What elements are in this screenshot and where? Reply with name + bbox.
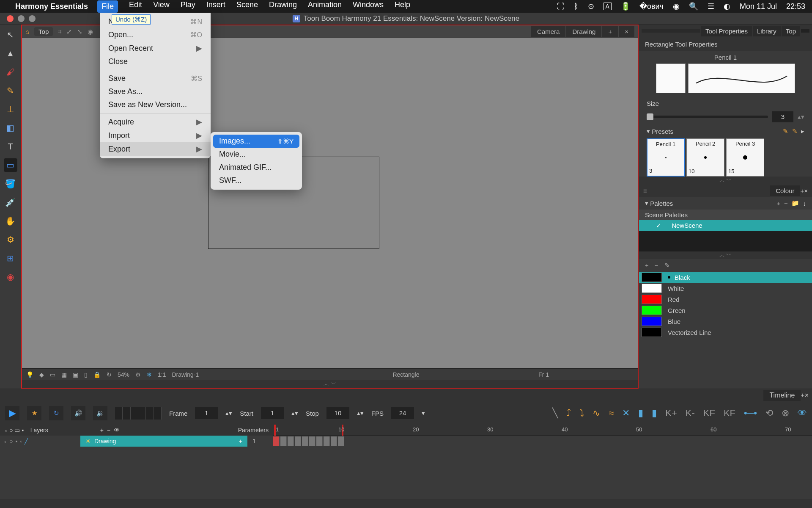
close-window-button[interactable] xyxy=(7,15,14,22)
frame-cell[interactable] xyxy=(280,436,287,446)
clock-time[interactable]: 22:53 xyxy=(786,2,805,11)
start-stepper[interactable]: ▴▾ xyxy=(291,409,298,417)
spotlight-icon[interactable]: 🔍 xyxy=(689,2,698,11)
diag-icon[interactable]: ⤢ xyxy=(66,28,72,36)
menu-edit[interactable]: Edit xyxy=(129,0,142,13)
swatch-vectorized-line[interactable]: Vectorized Line xyxy=(639,327,812,338)
refresh-icon[interactable]: ↻ xyxy=(107,371,112,378)
frame-cell[interactable] xyxy=(316,436,323,446)
status-icon-2[interactable]: ▭ xyxy=(50,371,55,378)
frame-stepper[interactable]: ▴▾ xyxy=(225,409,232,417)
animate-tool[interactable]: ⚙︎ xyxy=(4,233,17,246)
text-tool[interactable]: T xyxy=(4,140,17,153)
colour-add-icon[interactable]: + xyxy=(800,187,804,194)
tab-top[interactable]: Top xyxy=(782,26,800,36)
menu-play[interactable]: Play xyxy=(181,0,195,13)
control-center-icon[interactable]: ☰ xyxy=(708,2,714,11)
siri-icon[interactable]: ◐ xyxy=(724,2,730,11)
lc-icon4[interactable]: ▪ xyxy=(22,427,24,433)
menu-open-recent[interactable]: Open Recent▶ xyxy=(100,41,211,55)
layer-add-icon[interactable]: + xyxy=(100,427,104,433)
layer-vis-icon[interactable]: ○ xyxy=(9,438,13,444)
tl-tool-sync[interactable]: ⟲ xyxy=(765,408,773,419)
swatch-green[interactable]: Green xyxy=(639,305,812,316)
lightbulb-icon[interactable]: 💡 xyxy=(26,371,33,378)
timeline-close-icon[interactable]: × xyxy=(805,392,809,399)
lock-icon[interactable]: 🔒 xyxy=(93,371,101,378)
palette-down-icon[interactable]: ↓ xyxy=(803,200,807,207)
snow-icon[interactable]: ❄︎ xyxy=(147,371,152,378)
play-button[interactable]: ▶ xyxy=(5,406,19,420)
paint-bucket-tool[interactable]: 🪣 xyxy=(4,177,17,190)
morph-tool[interactable]: ◉ xyxy=(4,270,17,284)
eyedropper-tool[interactable]: 💉 xyxy=(4,196,17,209)
tl-tool-curve4[interactable]: ≈ xyxy=(609,408,614,419)
menu-drawing[interactable]: Drawing xyxy=(269,0,297,13)
collapse-handle-presets[interactable]: ︿ ﹀ xyxy=(639,177,812,184)
minimize-window-button[interactable] xyxy=(18,15,25,22)
tl-tool-x[interactable]: ✕ xyxy=(622,408,630,419)
menu-insert[interactable]: Insert xyxy=(206,0,225,13)
tl-tool-curve3[interactable]: ∿ xyxy=(593,408,600,419)
preset-pencil-2[interactable]: Pencil 2 10 xyxy=(686,138,724,177)
battery-icon[interactable]: 🔋 xyxy=(621,2,630,11)
collapse-handle-h1[interactable]: ︿ ﹀ xyxy=(22,380,638,388)
lc-icon1[interactable]: ⬩ xyxy=(4,427,8,433)
pencil-tool[interactable]: ✎ xyxy=(4,84,17,97)
menu-save[interactable]: Save⌘S xyxy=(100,72,211,85)
frames-row[interactable] xyxy=(273,436,812,447)
menu-animation[interactable]: Animation xyxy=(308,0,342,13)
preset-menu-icon[interactable]: ▸ xyxy=(801,127,804,135)
select-tool[interactable]: ▲ xyxy=(4,47,17,60)
menu-close[interactable]: Close xyxy=(100,55,211,68)
sound-button[interactable]: 🔊 xyxy=(71,406,85,420)
palette-newscene[interactable]: ✓ NewScene xyxy=(639,220,812,231)
palettes-disclosure-icon[interactable]: ▾ xyxy=(645,199,648,207)
palette-remove-icon[interactable]: − xyxy=(784,200,788,207)
menu-acquire[interactable]: Acquire▶ xyxy=(100,115,211,129)
play-status-icon[interactable]: ⊙ xyxy=(588,2,594,11)
layer-onion-icon[interactable]: ▫ xyxy=(20,438,22,444)
colour-menu-icon[interactable]: ≡ xyxy=(643,187,647,194)
swatch-red[interactable]: Red xyxy=(639,294,812,305)
fps-dropdown-icon[interactable]: ▾ xyxy=(422,409,425,417)
tab-camera[interactable]: Camera xyxy=(531,26,565,37)
tl-tool-kf2[interactable]: KF xyxy=(724,408,735,419)
menu-save-version[interactable]: Save as New Version... xyxy=(100,98,211,111)
menu-scene[interactable]: Scene xyxy=(236,0,258,13)
tl-tool-eye[interactable]: 👁 xyxy=(798,408,807,419)
status-icon-1[interactable]: ◆ xyxy=(39,371,44,378)
swatch-add-icon[interactable]: + xyxy=(645,262,649,269)
zoom-level[interactable]: 54% xyxy=(118,371,129,378)
brush-tip-preview[interactable] xyxy=(656,64,686,93)
grid-icon[interactable]: ⌗ xyxy=(58,28,61,36)
colour-close-icon[interactable]: × xyxy=(804,187,808,194)
status-icon-4[interactable]: ▣ xyxy=(73,371,78,378)
transform-tool[interactable]: ↖︎ xyxy=(4,28,17,41)
layer-name-cell[interactable]: ☀ Drawing + xyxy=(80,436,247,447)
swatch-blue[interactable]: Blue xyxy=(639,316,812,327)
fps-field[interactable]: 24 xyxy=(391,407,414,419)
rectangle-tool[interactable]: ▭ xyxy=(4,158,17,172)
menu-import[interactable]: Import▶ xyxy=(100,129,211,142)
lc-icon3[interactable]: ▭ xyxy=(14,427,20,433)
start-field[interactable]: 1 xyxy=(261,407,284,419)
app-name[interactable]: Harmony Essentials xyxy=(15,2,88,11)
export-movie[interactable]: Movie... xyxy=(213,148,299,161)
stop-stepper[interactable]: ▴▾ xyxy=(357,409,364,417)
lc-icon2[interactable]: ○ xyxy=(9,427,13,433)
layer-slash-icon[interactable]: ╱ xyxy=(25,438,28,444)
size-slider[interactable] xyxy=(647,116,768,118)
frame-field[interactable]: 1 xyxy=(195,407,218,419)
tab-colour[interactable]: Colour xyxy=(770,185,800,196)
reposition-tool[interactable]: ⊞ xyxy=(4,251,17,265)
menu-view[interactable]: View xyxy=(153,0,170,13)
export-swf[interactable]: SWF... xyxy=(213,174,299,187)
preset-pencil-1[interactable]: Pencil 1 3 xyxy=(647,138,685,177)
layer-eye-icon[interactable]: 👁 xyxy=(114,427,120,433)
tl-tool-dot[interactable]: •─• xyxy=(744,408,757,419)
disk-icon[interactable]: ◉ xyxy=(88,28,93,36)
gear-icon[interactable]: ⚙︎ xyxy=(135,371,141,378)
tab-tool-properties[interactable]: Tool Properties xyxy=(701,26,752,36)
brush-tool[interactable]: 🖌 xyxy=(4,65,17,79)
